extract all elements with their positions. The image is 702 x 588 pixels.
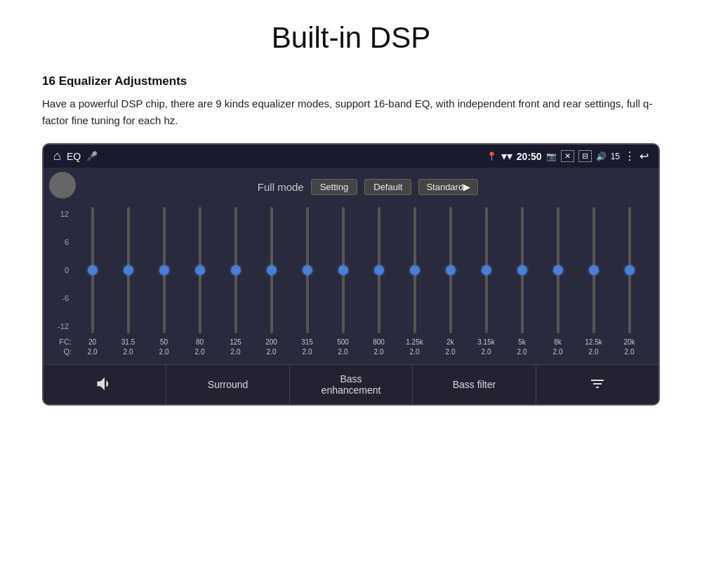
- slider-handle-9[interactable]: [374, 265, 384, 275]
- eq-label: EQ: [67, 151, 81, 162]
- slider-track-9[interactable]: [378, 207, 380, 333]
- fc-row: FC: 2031.550801252003155008001.25k2k3.15…: [55, 338, 647, 346]
- eq-band-9: [361, 207, 397, 333]
- q-val-12: 2.0: [468, 348, 504, 356]
- slider-handle-8[interactable]: [338, 265, 348, 275]
- fc-val-16: 20k: [611, 338, 647, 346]
- slider-track-13[interactable]: [521, 207, 524, 333]
- slider-track-2[interactable]: [127, 207, 130, 333]
- eq-band-7: [289, 207, 325, 333]
- q-prefix-label: Q:: [55, 347, 74, 356]
- slider-handle-3[interactable]: [159, 265, 169, 275]
- q-val-6: 2.0: [253, 348, 289, 356]
- q-val-5: 2.0: [218, 348, 253, 356]
- section-desc: Have a powerful DSP chip, there are 9 ki…: [42, 95, 660, 129]
- back-icon[interactable]: ↩: [640, 149, 649, 163]
- default-button[interactable]: Default: [364, 179, 411, 195]
- fc-val-11: 2k: [432, 338, 468, 346]
- dsp-screen: ⌂ EQ 🎤 📍 ▾▾ 20:50 📷 ✕ ⊟ 🔊 15 ⋮ ↩ Full mo…: [42, 143, 660, 406]
- slider-handle-13[interactable]: [517, 265, 527, 275]
- slider-track-12[interactable]: [485, 207, 488, 333]
- slider-track-15[interactable]: [592, 207, 595, 333]
- slider-track-8[interactable]: [342, 207, 345, 333]
- page-title: Built-in DSP: [42, 21, 660, 55]
- slider-handle-4[interactable]: [195, 265, 205, 275]
- slider-handle-5[interactable]: [231, 265, 241, 275]
- bottom-nav: Surround Bassenhancement Bass filter: [44, 364, 658, 404]
- fc-val-3: 50: [146, 338, 182, 346]
- q-values: 2.02.02.02.02.02.02.02.02.02.02.02.02.02…: [74, 348, 647, 356]
- slider-handle-11[interactable]: [446, 265, 456, 275]
- slider-track-3[interactable]: [163, 207, 166, 333]
- status-bar: ⌂ EQ 🎤 📍 ▾▾ 20:50 📷 ✕ ⊟ 🔊 15 ⋮ ↩: [44, 145, 658, 168]
- scale-6: 6: [55, 238, 69, 246]
- slider-track-5[interactable]: [234, 207, 237, 333]
- slider-handle-16[interactable]: [625, 265, 635, 275]
- section-heading: 16 Equalizer Adjustments: [42, 74, 660, 88]
- slider-track-7[interactable]: [306, 207, 309, 333]
- slider-track-4[interactable]: [199, 207, 201, 333]
- surround-label: Surround: [208, 379, 249, 390]
- window-icon[interactable]: ⊟: [578, 150, 592, 162]
- close-icon[interactable]: ✕: [561, 150, 574, 162]
- eq-band-11: [432, 207, 468, 333]
- slider-track-10[interactable]: [413, 207, 416, 333]
- home-icon[interactable]: ⌂: [53, 149, 61, 163]
- slider-track-14[interactable]: [557, 207, 559, 333]
- nav-bass-enhancement[interactable]: Bassenhancement: [290, 365, 413, 404]
- q-val-15: 2.0: [576, 348, 611, 356]
- slider-handle-6[interactable]: [267, 265, 277, 275]
- eq-circle-btn[interactable]: [49, 172, 76, 199]
- slider-track-1[interactable]: [91, 207, 94, 333]
- q-row: Q: 2.02.02.02.02.02.02.02.02.02.02.02.02…: [55, 347, 647, 356]
- eq-band-13: [504, 207, 540, 333]
- volume-status-icon: 🔊: [596, 152, 607, 161]
- mic-icon: 🎤: [86, 151, 98, 161]
- q-val-11: 2.0: [432, 348, 468, 356]
- eq-band-6: [253, 207, 289, 333]
- q-val-2: 2.0: [110, 348, 146, 356]
- eq-band-5: [218, 207, 253, 333]
- eq-band-15: [576, 207, 611, 333]
- slider-track-11[interactable]: [449, 207, 452, 333]
- q-val-3: 2.0: [146, 348, 182, 356]
- slider-track-16[interactable]: [628, 207, 631, 333]
- fc-val-14: 8k: [540, 338, 576, 346]
- fc-values: 2031.550801252003155008001.25k2k3.15k5k8…: [74, 338, 647, 346]
- fc-prefix-label: FC:: [55, 338, 74, 346]
- eq-toolbar: Full mode Setting Default Standard▶: [55, 173, 647, 200]
- slider-handle-12[interactable]: [482, 265, 491, 275]
- bass-enhancement-label: Bassenhancement: [322, 373, 381, 396]
- standard-button[interactable]: Standard▶: [418, 179, 478, 195]
- q-val-1: 2.0: [74, 348, 110, 356]
- fc-val-13: 5k: [504, 338, 540, 346]
- eq-main: Full mode Setting Default Standard▶ 12 6…: [44, 168, 658, 364]
- eq-band-3: [146, 207, 182, 333]
- time-display: 20:50: [517, 151, 542, 162]
- camera-icon: 📷: [546, 152, 557, 161]
- fc-val-15: 12.5k: [576, 338, 611, 346]
- slider-track-6[interactable]: [270, 207, 273, 333]
- nav-surround[interactable]: Surround: [166, 365, 289, 404]
- eq-bands: [74, 207, 647, 333]
- q-val-7: 2.0: [289, 348, 325, 356]
- fc-val-5: 125: [218, 338, 253, 346]
- menu-icon[interactable]: ⋮: [624, 149, 635, 163]
- eq-mode-label: Full mode: [258, 181, 304, 193]
- slider-handle-14[interactable]: [553, 265, 563, 275]
- nav-eq-settings[interactable]: [536, 365, 658, 404]
- q-val-14: 2.0: [540, 348, 576, 356]
- slider-handle-10[interactable]: [410, 265, 420, 275]
- eq-band-4: [182, 207, 218, 333]
- slider-handle-7[interactable]: [303, 265, 312, 275]
- nav-bass-filter[interactable]: Bass filter: [413, 365, 536, 404]
- slider-handle-1[interactable]: [88, 265, 98, 275]
- setting-button[interactable]: Setting: [311, 179, 357, 195]
- slider-handle-2[interactable]: [124, 265, 133, 275]
- eq-band-8: [325, 207, 361, 333]
- eq-band-2: [110, 207, 146, 333]
- slider-handle-15[interactable]: [589, 265, 599, 275]
- nav-volume[interactable]: [44, 365, 166, 404]
- eq-band-14: [540, 207, 576, 333]
- fc-val-9: 800: [361, 338, 397, 346]
